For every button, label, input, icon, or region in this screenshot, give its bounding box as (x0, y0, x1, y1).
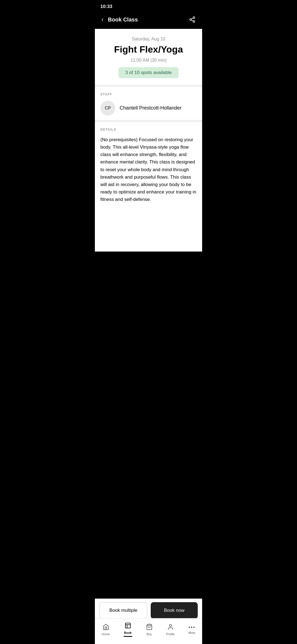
staff-section-label: STAFF (100, 92, 197, 96)
share-icon (189, 16, 196, 23)
back-button[interactable]: ‹ (100, 15, 105, 24)
staff-avatar: CP (100, 101, 115, 116)
svg-line-4 (191, 18, 193, 19)
back-arrow-icon: ‹ (101, 16, 103, 23)
status-bar: 10:33 (95, 0, 202, 12)
svg-line-3 (191, 20, 193, 21)
class-name: Fight Flex/Yoga (100, 44, 197, 55)
spots-badge: 3 of 10 spots available (119, 67, 178, 78)
details-text: (No prerequisites) Focused on restoring … (100, 136, 197, 203)
header: ‹ Book Class (95, 12, 202, 29)
staff-item: CP Chantell Prestcott-Hollander (100, 101, 197, 116)
staff-section: STAFF CP Chantell Prestcott-Hollander (95, 87, 202, 120)
class-time: 11:00 AM (30 min) (100, 58, 197, 63)
details-section: DETAILS (No prerequisites) Focused on re… (95, 122, 202, 208)
header-title: Book Class (108, 17, 138, 23)
details-section-label: DETAILS (100, 128, 197, 132)
section-divider-1 (95, 85, 202, 87)
status-time: 10:33 (100, 4, 112, 9)
section-divider-2 (95, 120, 202, 122)
class-date: Saturday, Aug 10 (100, 37, 197, 42)
main-content: Saturday, Aug 10 Fight Flex/Yoga 11:00 A… (95, 29, 202, 252)
share-button[interactable] (188, 15, 197, 24)
header-left: ‹ Book Class (100, 15, 138, 24)
class-info-section: Saturday, Aug 10 Fight Flex/Yoga 11:00 A… (95, 29, 202, 85)
staff-name: Chantell Prestcott-Hollander (120, 105, 182, 111)
